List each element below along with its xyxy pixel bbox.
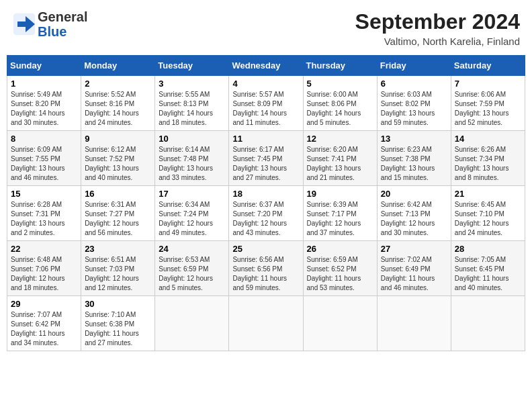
day-number: 14 bbox=[455, 134, 521, 144]
calendar-cell: 22Sunrise: 6:48 AMSunset: 7:06 PMDayligh… bbox=[7, 241, 81, 296]
day-info: Sunrise: 6:17 AMSunset: 7:45 PMDaylight:… bbox=[232, 145, 299, 183]
calendar-cell bbox=[229, 296, 303, 351]
calendar-cell: 1Sunrise: 5:49 AMSunset: 8:20 PMDaylight… bbox=[7, 76, 81, 131]
day-number: 10 bbox=[159, 134, 225, 144]
calendar-table: SundayMondayTuesdayWednesdayThursdayFrid… bbox=[7, 55, 525, 351]
day-number: 27 bbox=[381, 244, 447, 254]
logo-blue: Blue bbox=[38, 24, 66, 39]
day-number: 16 bbox=[85, 189, 151, 199]
day-number: 18 bbox=[232, 189, 299, 199]
day-info: Sunrise: 6:45 AMSunset: 7:10 PMDaylight:… bbox=[455, 200, 521, 238]
calendar-cell bbox=[377, 296, 451, 351]
day-number: 23 bbox=[85, 244, 151, 254]
day-info: Sunrise: 7:02 AMSunset: 6:49 PMDaylight:… bbox=[381, 255, 447, 293]
calendar-cell: 26Sunrise: 6:59 AMSunset: 6:52 PMDayligh… bbox=[303, 241, 377, 296]
calendar-cell: 7Sunrise: 6:06 AMSunset: 7:59 PMDaylight… bbox=[451, 76, 525, 131]
calendar-cell: 19Sunrise: 6:39 AMSunset: 7:17 PMDayligh… bbox=[303, 186, 377, 241]
day-number: 3 bbox=[159, 79, 225, 89]
calendar-cell: 30Sunrise: 7:10 AMSunset: 6:38 PMDayligh… bbox=[81, 296, 155, 351]
calendar-cell: 21Sunrise: 6:45 AMSunset: 7:10 PMDayligh… bbox=[451, 186, 525, 241]
day-number: 21 bbox=[455, 189, 521, 199]
subtitle: Valtimo, North Karelia, Finland bbox=[355, 36, 520, 47]
col-header-saturday: Saturday bbox=[451, 56, 525, 76]
calendar-header: SundayMondayTuesdayWednesdayThursdayFrid… bbox=[7, 56, 525, 76]
col-header-friday: Friday bbox=[377, 56, 451, 76]
calendar-cell: 27Sunrise: 7:02 AMSunset: 6:49 PMDayligh… bbox=[377, 241, 451, 296]
day-info: Sunrise: 6:03 AMSunset: 8:02 PMDaylight:… bbox=[381, 90, 447, 128]
day-info: Sunrise: 6:53 AMSunset: 6:59 PMDaylight:… bbox=[159, 255, 225, 293]
day-info: Sunrise: 6:06 AMSunset: 7:59 PMDaylight:… bbox=[455, 90, 521, 128]
calendar-cell: 17Sunrise: 6:34 AMSunset: 7:24 PMDayligh… bbox=[155, 186, 229, 241]
day-number: 11 bbox=[232, 134, 299, 144]
calendar-cell: 24Sunrise: 6:53 AMSunset: 6:59 PMDayligh… bbox=[155, 241, 229, 296]
day-number: 15 bbox=[11, 189, 77, 199]
day-info: Sunrise: 5:57 AMSunset: 8:09 PMDaylight:… bbox=[232, 90, 299, 128]
calendar-cell: 16Sunrise: 6:31 AMSunset: 7:27 PMDayligh… bbox=[81, 186, 155, 241]
calendar-cell: 10Sunrise: 6:14 AMSunset: 7:48 PMDayligh… bbox=[155, 131, 229, 186]
day-info: Sunrise: 6:59 AMSunset: 6:52 PMDaylight:… bbox=[307, 255, 373, 293]
day-info: Sunrise: 6:12 AMSunset: 7:52 PMDaylight:… bbox=[85, 145, 151, 183]
calendar-cell: 23Sunrise: 6:51 AMSunset: 7:03 PMDayligh… bbox=[81, 241, 155, 296]
day-info: Sunrise: 6:34 AMSunset: 7:24 PMDaylight:… bbox=[159, 200, 225, 238]
day-number: 20 bbox=[381, 189, 447, 199]
day-number: 9 bbox=[85, 134, 151, 144]
calendar-cell: 18Sunrise: 6:37 AMSunset: 7:20 PMDayligh… bbox=[229, 186, 303, 241]
day-info: Sunrise: 7:05 AMSunset: 6:45 PMDaylight:… bbox=[455, 255, 521, 293]
day-number: 2 bbox=[85, 79, 151, 89]
day-number: 7 bbox=[455, 79, 521, 89]
col-header-tuesday: Tuesday bbox=[155, 56, 229, 76]
day-info: Sunrise: 5:49 AMSunset: 8:20 PMDaylight:… bbox=[11, 90, 77, 128]
day-info: Sunrise: 6:48 AMSunset: 7:06 PMDaylight:… bbox=[11, 255, 77, 293]
calendar-cell: 3Sunrise: 5:55 AMSunset: 8:13 PMDaylight… bbox=[155, 76, 229, 131]
calendar-cell: 20Sunrise: 6:42 AMSunset: 7:13 PMDayligh… bbox=[377, 186, 451, 241]
day-number: 8 bbox=[11, 134, 77, 144]
day-number: 28 bbox=[455, 244, 521, 254]
col-header-monday: Monday bbox=[81, 56, 155, 76]
page-header: General Blue September 2024 Valtimo, Nor… bbox=[7, 7, 525, 50]
title-block: September 2024 Valtimo, North Karelia, F… bbox=[355, 9, 520, 47]
day-info: Sunrise: 6:00 AMSunset: 8:06 PMDaylight:… bbox=[307, 90, 373, 128]
day-number: 13 bbox=[381, 134, 447, 144]
calendar-cell bbox=[303, 296, 377, 351]
calendar-cell: 13Sunrise: 6:23 AMSunset: 7:38 PMDayligh… bbox=[377, 131, 451, 186]
logo-general: General bbox=[38, 9, 87, 24]
day-number: 19 bbox=[307, 189, 373, 199]
day-number: 30 bbox=[85, 299, 151, 309]
day-info: Sunrise: 6:51 AMSunset: 7:03 PMDaylight:… bbox=[85, 255, 151, 293]
calendar-cell bbox=[155, 296, 229, 351]
calendar-cell: 11Sunrise: 6:17 AMSunset: 7:45 PMDayligh… bbox=[229, 131, 303, 186]
day-info: Sunrise: 6:31 AMSunset: 7:27 PMDaylight:… bbox=[85, 200, 151, 238]
main-title: September 2024 bbox=[355, 9, 520, 34]
day-number: 6 bbox=[381, 79, 447, 89]
col-header-sunday: Sunday bbox=[7, 56, 81, 76]
day-number: 22 bbox=[11, 244, 77, 254]
day-info: Sunrise: 6:26 AMSunset: 7:34 PMDaylight:… bbox=[455, 145, 521, 183]
day-number: 5 bbox=[307, 79, 373, 89]
day-number: 4 bbox=[232, 79, 299, 89]
day-number: 12 bbox=[307, 134, 373, 144]
day-info: Sunrise: 6:09 AMSunset: 7:55 PMDaylight:… bbox=[11, 145, 77, 183]
calendar-cell: 28Sunrise: 7:05 AMSunset: 6:45 PMDayligh… bbox=[451, 241, 525, 296]
calendar-cell: 12Sunrise: 6:20 AMSunset: 7:41 PMDayligh… bbox=[303, 131, 377, 186]
day-number: 1 bbox=[11, 79, 77, 89]
day-number: 24 bbox=[159, 244, 225, 254]
day-info: Sunrise: 7:10 AMSunset: 6:38 PMDaylight:… bbox=[85, 310, 151, 348]
day-number: 17 bbox=[159, 189, 225, 199]
calendar-cell: 8Sunrise: 6:09 AMSunset: 7:55 PMDaylight… bbox=[7, 131, 81, 186]
calendar-cell: 6Sunrise: 6:03 AMSunset: 8:02 PMDaylight… bbox=[377, 76, 451, 131]
calendar-cell: 29Sunrise: 7:07 AMSunset: 6:42 PMDayligh… bbox=[7, 296, 81, 351]
day-number: 26 bbox=[307, 244, 373, 254]
day-info: Sunrise: 6:39 AMSunset: 7:17 PMDaylight:… bbox=[307, 200, 373, 238]
day-info: Sunrise: 6:42 AMSunset: 7:13 PMDaylight:… bbox=[381, 200, 447, 238]
calendar-cell: 4Sunrise: 5:57 AMSunset: 8:09 PMDaylight… bbox=[229, 76, 303, 131]
calendar-cell: 25Sunrise: 6:56 AMSunset: 6:56 PMDayligh… bbox=[229, 241, 303, 296]
col-header-thursday: Thursday bbox=[303, 56, 377, 76]
calendar-cell: 9Sunrise: 6:12 AMSunset: 7:52 PMDaylight… bbox=[81, 131, 155, 186]
calendar-cell: 2Sunrise: 5:52 AMSunset: 8:16 PMDaylight… bbox=[81, 76, 155, 131]
day-info: Sunrise: 6:28 AMSunset: 7:31 PMDaylight:… bbox=[11, 200, 77, 238]
calendar-cell: 5Sunrise: 6:00 AMSunset: 8:06 PMDaylight… bbox=[303, 76, 377, 131]
day-info: Sunrise: 6:37 AMSunset: 7:20 PMDaylight:… bbox=[232, 200, 299, 238]
calendar-cell: 14Sunrise: 6:26 AMSunset: 7:34 PMDayligh… bbox=[451, 131, 525, 186]
day-number: 29 bbox=[11, 299, 77, 309]
calendar-cell: 15Sunrise: 6:28 AMSunset: 7:31 PMDayligh… bbox=[7, 186, 81, 241]
